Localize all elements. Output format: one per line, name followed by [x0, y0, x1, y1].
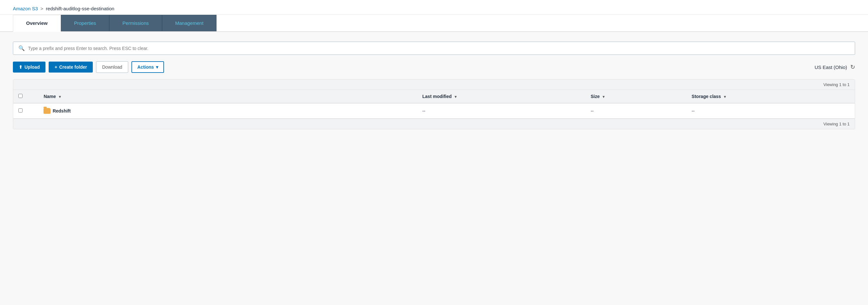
- row-checkbox-cell: [13, 103, 38, 119]
- row-checkbox[interactable]: [19, 108, 23, 113]
- create-folder-label: Create folder: [59, 64, 87, 70]
- row-size: --: [591, 108, 593, 114]
- files-table: Name ▼ Last modified ▼ Size ▼ Storage cl…: [13, 90, 855, 119]
- table-header-row: Name ▼ Last modified ▼ Size ▼ Storage cl…: [13, 90, 855, 103]
- table-row: Redshift -- -- --: [13, 103, 855, 119]
- breadcrumb-link-s3[interactable]: Amazon S3: [13, 6, 38, 11]
- row-storage-class-cell: --: [687, 103, 855, 119]
- upload-label: Upload: [25, 64, 40, 70]
- content-area: 🔍 ⬆ Upload + Create folder Download Acti…: [0, 32, 868, 139]
- upload-button[interactable]: ⬆ Upload: [13, 62, 45, 72]
- toolbar: ⬆ Upload + Create folder Download Action…: [13, 61, 855, 73]
- storage-class-sort-icon: ▼: [723, 95, 727, 99]
- column-header-storage-class[interactable]: Storage class ▼: [687, 90, 855, 103]
- plus-icon: +: [55, 64, 57, 70]
- actions-label: Actions: [137, 64, 154, 70]
- row-name[interactable]: Redshift: [53, 108, 70, 114]
- breadcrumb-current: redshift-auditlog-sse-destination: [46, 6, 114, 11]
- row-last-modified: --: [423, 108, 425, 114]
- last-modified-sort-icon: ▼: [454, 95, 458, 99]
- search-icon: 🔍: [19, 45, 25, 51]
- download-label: Download: [102, 64, 122, 70]
- column-header-name[interactable]: Name ▼: [38, 90, 417, 103]
- search-input[interactable]: [28, 46, 849, 51]
- tabs-bar: Overview Properties Permissions Manageme…: [0, 15, 868, 32]
- row-name-cell: Redshift: [38, 103, 417, 119]
- viewing-count-top: Viewing 1 to 1: [13, 80, 855, 90]
- upload-icon: ⬆: [19, 64, 23, 70]
- breadcrumb: Amazon S3 > redshift-auditlog-sse-destin…: [0, 0, 868, 15]
- chevron-down-icon: ▾: [156, 64, 158, 70]
- size-sort-icon: ▼: [602, 95, 606, 99]
- refresh-icon[interactable]: ↻: [850, 63, 855, 71]
- files-table-container: Viewing 1 to 1 Name ▼ Last modified ▼: [13, 79, 855, 129]
- row-size-cell: --: [585, 103, 686, 119]
- tab-permissions[interactable]: Permissions: [109, 15, 162, 31]
- download-button[interactable]: Download: [96, 61, 128, 73]
- select-all-column: [13, 90, 38, 103]
- region-info: US East (Ohio) ↻: [814, 63, 855, 71]
- row-last-modified-cell: --: [417, 103, 585, 119]
- search-bar: 🔍: [13, 41, 855, 55]
- viewing-count-bottom: Viewing 1 to 1: [13, 119, 855, 129]
- breadcrumb-separator: >: [40, 6, 43, 11]
- region-label: US East (Ohio): [814, 64, 847, 70]
- row-storage-class: --: [692, 108, 695, 114]
- tab-overview[interactable]: Overview: [13, 15, 61, 32]
- actions-button[interactable]: Actions ▾: [131, 61, 164, 73]
- create-folder-button[interactable]: + Create folder: [49, 62, 93, 72]
- column-header-size[interactable]: Size ▼: [585, 90, 686, 103]
- folder-icon: [43, 108, 51, 114]
- tab-properties[interactable]: Properties: [61, 15, 109, 31]
- name-sort-icon: ▼: [58, 95, 62, 99]
- column-header-last-modified[interactable]: Last modified ▼: [417, 90, 585, 103]
- select-all-checkbox[interactable]: [19, 94, 23, 98]
- tab-management[interactable]: Management: [162, 15, 217, 31]
